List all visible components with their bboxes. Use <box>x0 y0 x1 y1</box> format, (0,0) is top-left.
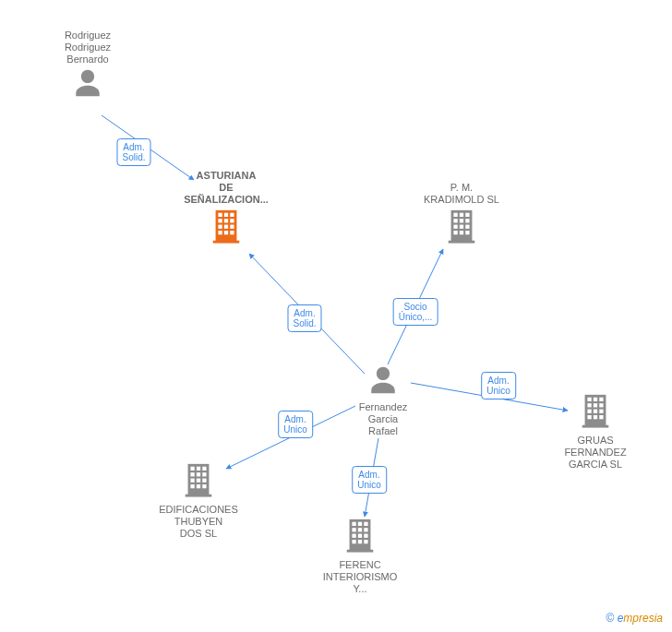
svg-rect-64 <box>197 479 200 483</box>
svg-rect-45 <box>364 522 367 526</box>
person-icon <box>367 364 399 398</box>
node-label: ASTURIANA DE SEÑALIZACION... <box>171 170 282 206</box>
node-label: P. M. KRADIMOLD SL <box>406 182 517 206</box>
svg-rect-40 <box>599 415 603 419</box>
building-icon <box>445 208 478 246</box>
svg-rect-39 <box>594 415 597 419</box>
svg-rect-24 <box>453 231 457 234</box>
copyright-symbol: © <box>606 612 614 625</box>
svg-rect-21 <box>453 225 457 229</box>
svg-rect-29 <box>587 398 591 401</box>
svg-rect-20 <box>465 219 469 222</box>
edge-label-fgr-edif[interactable]: Adm. Unico <box>278 411 313 438</box>
node-label: FERENC INTERIORISMO Y... <box>305 559 415 595</box>
brand-name[interactable]: empresia <box>618 612 663 625</box>
svg-rect-9 <box>230 225 234 229</box>
node-person-rrb[interactable]: Rodriguez Rodriguez Bernardo <box>32 28 143 101</box>
svg-rect-62 <box>202 472 206 476</box>
node-org-asturiana[interactable]: ASTURIANA DE SEÑALIZACION... <box>171 168 282 246</box>
svg-rect-50 <box>358 534 362 538</box>
svg-rect-7 <box>218 225 222 229</box>
svg-rect-18 <box>453 219 457 222</box>
svg-rect-69 <box>186 495 212 497</box>
edge-label-fgr-ferenc[interactable]: Adm. Unico <box>352 466 387 494</box>
node-org-edif[interactable]: EDIFICACIONES THUBYEN DOS SL <box>143 461 254 540</box>
node-org-gruas[interactable]: GRUAS FERNANDEZ GARCIA SL <box>540 392 651 471</box>
svg-rect-16 <box>460 213 463 217</box>
svg-rect-12 <box>230 231 234 234</box>
svg-rect-6 <box>230 219 234 222</box>
building-icon <box>210 208 243 246</box>
svg-rect-55 <box>347 550 374 553</box>
svg-rect-65 <box>202 479 206 483</box>
svg-rect-31 <box>599 398 603 401</box>
svg-rect-5 <box>224 219 228 222</box>
svg-rect-23 <box>465 225 469 229</box>
svg-rect-15 <box>453 213 457 217</box>
building-icon <box>182 461 215 500</box>
svg-rect-22 <box>460 225 463 229</box>
svg-rect-33 <box>594 403 597 407</box>
svg-rect-48 <box>364 528 367 531</box>
node-person-fgr[interactable]: Fernandez Garcia Rafael <box>328 364 438 437</box>
svg-rect-34 <box>599 403 603 407</box>
edge-label-fgr-gruas[interactable]: Adm. Unico <box>481 372 516 399</box>
node-label: GRUAS FERNANDEZ GARCIA SL <box>540 435 651 471</box>
svg-rect-38 <box>587 415 591 419</box>
svg-rect-37 <box>599 410 603 413</box>
node-org-pmk[interactable]: P. M. KRADIMOLD SL <box>406 180 517 246</box>
building-icon <box>579 392 612 431</box>
node-label: EDIFICACIONES THUBYEN DOS SL <box>143 504 254 540</box>
building-icon <box>343 517 377 555</box>
svg-rect-49 <box>352 534 355 538</box>
svg-rect-32 <box>587 403 591 407</box>
svg-rect-4 <box>218 219 222 222</box>
svg-rect-35 <box>587 410 591 413</box>
svg-rect-3 <box>230 213 234 217</box>
svg-rect-57 <box>190 467 194 471</box>
svg-rect-8 <box>224 225 228 229</box>
svg-rect-27 <box>449 241 475 244</box>
edge-label-fgr-pmk[interactable]: Socio Único,... <box>393 298 438 326</box>
svg-rect-46 <box>352 528 355 531</box>
svg-rect-58 <box>197 467 200 471</box>
svg-rect-66 <box>190 484 194 488</box>
svg-rect-25 <box>460 231 463 234</box>
svg-rect-13 <box>213 241 240 244</box>
svg-rect-10 <box>218 231 222 234</box>
svg-rect-68 <box>202 484 206 488</box>
svg-rect-54 <box>364 540 367 543</box>
node-label: Fernandez Garcia Rafael <box>328 401 438 437</box>
svg-rect-17 <box>465 213 469 217</box>
person-icon <box>72 67 103 101</box>
svg-rect-67 <box>197 484 200 488</box>
svg-rect-19 <box>460 219 463 222</box>
svg-rect-43 <box>352 522 355 526</box>
footer-attribution: © empresia <box>606 612 663 625</box>
edge-label-fgr-ast[interactable]: Adm. Solid. <box>287 304 321 332</box>
svg-rect-36 <box>594 410 597 413</box>
svg-rect-52 <box>352 540 355 543</box>
svg-rect-41 <box>582 425 609 428</box>
svg-rect-59 <box>202 467 206 471</box>
edge-label-rrb-ast[interactable]: Adm. Solid. <box>116 138 150 166</box>
svg-rect-30 <box>594 398 597 401</box>
svg-rect-47 <box>358 528 362 531</box>
svg-rect-63 <box>190 479 194 483</box>
svg-rect-61 <box>197 472 200 476</box>
svg-rect-11 <box>224 231 228 234</box>
svg-rect-26 <box>465 231 469 234</box>
svg-rect-51 <box>364 534 367 538</box>
svg-rect-44 <box>358 522 362 526</box>
svg-rect-1 <box>218 213 222 217</box>
node-label: Rodriguez Rodriguez Bernardo <box>32 30 143 66</box>
svg-rect-2 <box>224 213 228 217</box>
svg-rect-60 <box>190 472 194 476</box>
node-org-ferenc[interactable]: FERENC INTERIORISMO Y... <box>305 517 415 595</box>
svg-rect-53 <box>358 540 362 543</box>
